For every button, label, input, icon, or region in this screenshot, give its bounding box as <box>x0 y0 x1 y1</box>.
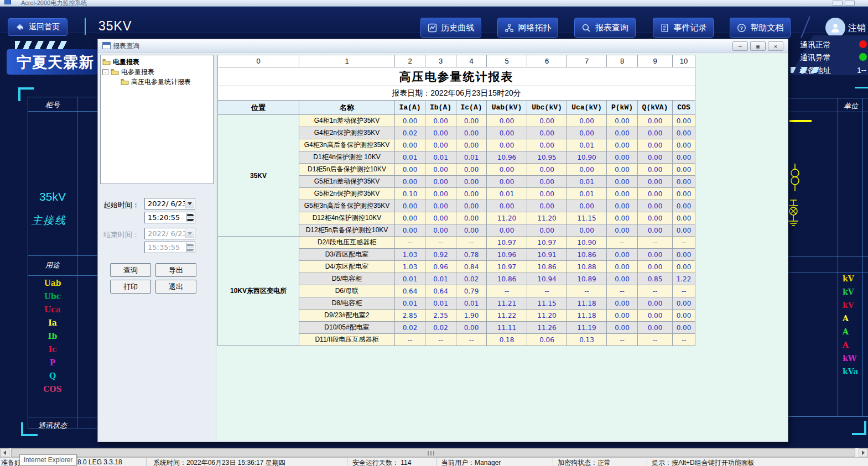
value-cell: -- <box>673 285 695 297</box>
value-cell: 0.00 <box>607 164 638 176</box>
dropdown-arrow-icon[interactable] <box>185 199 194 208</box>
window-maximize-button[interactable] <box>845 1 855 6</box>
legend-label-A: A <box>839 314 862 327</box>
os-titlebar: Acrel-2000电力监控系统 <box>0 0 868 7</box>
tree-item-root[interactable]: 电量报表 <box>102 57 213 66</box>
value-cell: 0.02 <box>395 322 425 334</box>
value-cell: 0.02 <box>456 273 487 285</box>
value-cell: 1.03 <box>395 249 425 261</box>
value-cell: 0.00 <box>456 212 487 224</box>
nav-report-query-button[interactable]: 报表查询 <box>574 18 636 38</box>
value-cell: 0.00 <box>527 115 567 127</box>
horizontal-scrollbar[interactable] <box>0 448 868 457</box>
table-row: 35KVG4柜1n差动保护35KV0.000.000.000.000.000.0… <box>218 115 695 127</box>
grid-line <box>777 112 868 112</box>
start-time-label: 起始时间： <box>103 200 139 210</box>
grid-line <box>28 111 98 112</box>
dialog-maximize-button[interactable]: ▣ <box>750 41 766 51</box>
value-cell: 0.85 <box>638 273 673 285</box>
value-cell: 1.22 <box>673 273 695 285</box>
value-cell: 0.00 <box>673 188 695 200</box>
spinner-buttons[interactable] <box>186 213 194 222</box>
value-cell: -- <box>567 285 607 297</box>
company-banner: 宁夏天霖新 <box>7 49 98 75</box>
legend-label-Ubc: Ubc <box>28 292 77 305</box>
scroll-left-button[interactable] <box>0 448 9 457</box>
scrollbar-thumb[interactable] <box>11 448 855 457</box>
comm-normal-label: 通讯正常 <box>800 40 868 50</box>
value-cell: -- <box>607 334 638 346</box>
export-button[interactable]: 导出 <box>155 263 196 277</box>
legend-label-Uab: Uab <box>28 279 77 292</box>
value-cell: 0.00 <box>456 176 487 188</box>
back-home-button[interactable]: 返回首页 <box>8 18 67 36</box>
value-cell: 0.00 <box>567 200 607 212</box>
value-cell: 0.00 <box>487 139 527 151</box>
report-view[interactable]: 012345678910高压电参量统计报表报表日期：2022年06月23日15时… <box>216 54 787 441</box>
exit-button[interactable]: 退出 <box>155 280 196 294</box>
dialog-close-button[interactable]: ✕ <box>768 41 783 51</box>
status-tip: 提示：按Alt+D组合键打开功能面板 <box>647 458 868 466</box>
value-cell: 0.00 <box>456 200 487 212</box>
report-column-header: Ubc(kV) <box>527 101 567 115</box>
comm-abnormal-label: 通讯异常 <box>800 53 868 63</box>
print-button[interactable]: 打印 <box>110 280 151 294</box>
network-topology-icon <box>505 23 514 33</box>
value-cell: 0.00 <box>527 139 567 151</box>
value-cell: 0.01 <box>567 188 607 200</box>
nav-history-curve-button[interactable]: 历史曲线 <box>420 18 481 38</box>
logout-button[interactable]: 注销 <box>848 23 866 34</box>
value-cell: 11.20 <box>487 212 527 224</box>
nav-help-doc-button[interactable]: ? 帮助文档 <box>730 18 791 38</box>
grid-line <box>777 416 868 417</box>
end-date-combobox[interactable]: 2022/ 6/23 <box>144 228 195 239</box>
report-column-header: Uab(kV) <box>487 101 527 115</box>
column-number: 1 <box>299 55 395 67</box>
value-cell: 10.95 <box>527 151 567 164</box>
tree-item-label: 电量报表 <box>113 57 139 67</box>
end-date-value: 2022/ 6/23 <box>148 229 187 238</box>
legend-label-Ic: Ic <box>28 345 77 358</box>
value-cell: -- <box>638 285 673 297</box>
dialog-titlebar[interactable]: 报表查询 — ▣ ✕ <box>98 39 788 53</box>
corner-bracket-bottom-left <box>21 422 38 436</box>
value-cell: 0.00 <box>567 127 607 139</box>
value-cell: 11.15 <box>527 297 567 310</box>
start-time-spinner[interactable]: 15:20:55 <box>144 212 195 223</box>
end-time-spinner[interactable]: 15:35:55 <box>144 242 195 253</box>
dialog-minimize-button[interactable]: — <box>732 41 748 51</box>
query-button[interactable]: 查询 <box>110 263 151 277</box>
value-cell: 0.00 <box>395 139 425 151</box>
value-cell: 0.00 <box>456 139 487 151</box>
nav-event-log-button[interactable]: 事件记录 <box>653 18 714 38</box>
value-cell: 0.00 <box>487 115 527 127</box>
nav-network-topology-button[interactable]: 网络拓扑 <box>497 18 558 38</box>
browser-tooltip: Internet Explorer <box>19 454 77 465</box>
tree-item-leaf[interactable]: 高压电参量统计报表 <box>121 77 213 86</box>
status-current-user: 当前用户：Manager <box>437 458 553 466</box>
value-cell: 0.00 <box>673 139 695 151</box>
value-cell: 0.00 <box>638 322 673 334</box>
tree-collapse-icon[interactable]: - <box>102 69 108 75</box>
value-cell: 0.00 <box>425 139 456 151</box>
window-minimize-button[interactable] <box>833 1 843 6</box>
value-cell: 0.00 <box>607 322 638 334</box>
scroll-right-button[interactable] <box>859 448 868 457</box>
dialog-window-icon <box>102 42 111 49</box>
legend-label-A: A <box>839 341 862 354</box>
value-cell: 0.00 <box>638 200 673 212</box>
value-cell: 0.00 <box>607 200 638 212</box>
column-number: 6 <box>527 55 567 67</box>
row-name-cell: D12柜5n后备保护测控10KV <box>299 224 395 237</box>
start-date-combobox[interactable]: 2022/ 6/23 <box>144 198 195 210</box>
user-avatar[interactable] <box>825 18 845 38</box>
value-cell: 11.15 <box>567 212 607 224</box>
value-cell: 0.00 <box>527 224 567 237</box>
value-cell: 0.00 <box>638 127 673 139</box>
value-cell: 0.00 <box>607 151 638 164</box>
location-cell: 35KV <box>218 115 299 237</box>
unit-legend: kVkVkVAAAkWkVa <box>839 274 862 380</box>
tree-item-branch[interactable]: - 电参量报表 <box>102 67 213 76</box>
value-cell: 0.00 <box>456 115 487 127</box>
end-time-label: 结束时间： <box>103 230 139 240</box>
